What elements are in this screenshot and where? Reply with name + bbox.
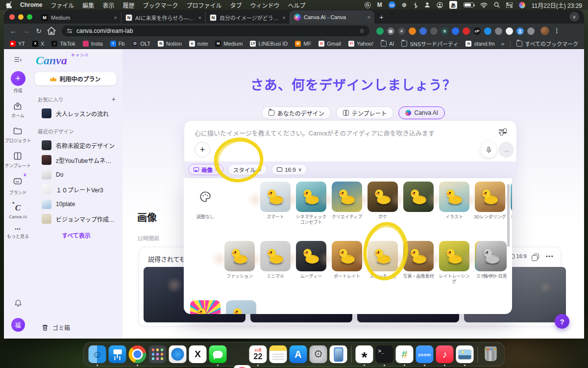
bookmark-item[interactable]: LY LINEBusi ID [250,41,288,47]
remove-chip-icon[interactable]: × [215,167,218,172]
favorite-item[interactable]: 大人レッスンの流れ [35,106,118,121]
voice-input-button[interactable] [481,142,496,158]
aspect-ratio-chip[interactable]: 16:9 ∨ [271,164,307,175]
ime-input-indicator[interactable]: あ [449,1,457,9]
bookmark-item[interactable]: Y! Yahoo! [348,41,373,47]
extension-icon[interactable] [419,27,427,35]
recent-design-item[interactable]: ビジョンマップ作成方... [35,211,118,226]
recent-design-item[interactable]: 10plate [35,197,118,211]
grammarly-status-icon[interactable]: G [365,2,371,8]
prompt-placeholder[interactable]: 心に描いたイメージを教えてください。Canvaがそのアイディアに命を吹き込みます [195,128,435,137]
extension-icon[interactable]: cP [473,27,481,35]
bookmark-item[interactable]: M Gmail [318,41,341,47]
bookmark-item[interactable]: ♪ TikTok [51,41,75,47]
bookmark-overflow-chevron[interactable]: » [501,41,504,47]
extension-icon[interactable]: 文 [516,27,524,35]
bookmark-item[interactable]: N Notion [158,41,182,47]
recent-design-item[interactable]: z型YouTubeサムネイル [35,153,118,167]
category-tab[interactable]: テンプレート [336,106,394,119]
dock-app-icon[interactable] [108,345,127,364]
current-plan-button[interactable]: 利用中のプラン [35,72,116,85]
extension-icon[interactable]: # [398,27,405,35]
control-center-icon[interactable] [506,2,513,8]
dock-app-icon[interactable]: X [189,345,207,364]
dock-app-icon[interactable] [456,345,474,364]
extension-icon[interactable] [484,27,491,35]
back-button[interactable]: ← [8,26,19,36]
tab-close-icon[interactable]: × [114,15,117,21]
extension-icon[interactable] [452,27,459,35]
all-bookmarks-button[interactable]: すべてのブックマーク [516,40,578,48]
menubar-menu-item[interactable]: ブックマーク [143,1,178,9]
browser-menu-icon[interactable]: ••• [554,28,559,34]
dock-app-icon[interactable]: A [289,345,308,364]
bookmark-item[interactable]: M MF [295,41,311,47]
rail-item-brand[interactable]: co ♛ ブランド [9,176,26,196]
extension-icon[interactable] [506,27,513,35]
more-options-icon[interactable]: ••• [546,253,554,259]
bookmark-star-icon[interactable]: ☆ [359,27,365,34]
style-option[interactable]: ベクター画像 [224,300,258,314]
maximize-window-button[interactable] [27,14,32,20]
style-chip[interactable]: スタイル ∨ [228,164,267,175]
bookmark-item[interactable]: AI [381,41,394,47]
tab-search-chevron-icon[interactable]: ∨ [569,12,579,22]
media-type-chip[interactable]: 画像 × [188,164,223,175]
show-all-link[interactable]: すべて表示 [35,231,118,239]
user-avatar[interactable]: 福 [11,318,25,332]
browser-tab[interactable]: AIに未来を作らせろ——言語化で × [122,12,206,24]
siri-icon[interactable] [519,2,525,8]
dock-app-icon[interactable] [476,345,480,364]
extension-icon[interactable] [495,27,502,35]
send-button[interactable]: → [498,142,514,158]
rail-item-create[interactable]: + 作成 [11,71,25,94]
menubar-menu-item[interactable]: ファイル [50,1,74,9]
bluetooth-icon[interactable] [413,2,418,8]
notifications-bell-icon[interactable] [14,298,23,309]
extension-icon[interactable] [463,27,470,35]
category-tab[interactable]: Canva AI [398,106,445,119]
browser-tab[interactable]: 自分のイメージがどうも定まらな × [206,12,290,24]
menubar-menu-item[interactable]: プロファイル [186,1,221,9]
category-tab[interactable]: あなたのデザイン [262,106,331,119]
add-favorite-button[interactable]: + [112,95,116,103]
dock-app-icon[interactable] [148,345,167,364]
minimize-window-button[interactable] [18,14,24,20]
bookmark-item[interactable]: n note [189,41,208,47]
dock-app-icon[interactable] [128,345,147,364]
extension-icon[interactable] [409,27,416,35]
wifi-icon[interactable] [480,2,488,8]
rail-item-canva-ai[interactable]: C Canva AI [9,203,27,219]
battery-indicator[interactable] [464,2,474,7]
recent-design-item[interactable]: Do [35,167,118,182]
dock-app-icon[interactable] [349,345,354,364]
rail-item-templates[interactable]: テンプレート [5,151,31,169]
malwarebytes-status-icon[interactable]: M [377,1,382,8]
bookmark-item[interactable]: ▶ YT [10,41,25,47]
style-option[interactable]: シネマティック [475,182,512,237]
dock-app-icon[interactable]: ⚙ [309,345,328,364]
new-tab-button[interactable]: + [379,13,384,21]
close-window-button[interactable] [9,14,15,20]
dock-app-icon[interactable] [169,345,187,364]
tab-close-icon[interactable]: × [283,15,286,21]
extension-icon[interactable]: S [441,27,448,35]
url-text[interactable]: canva.com/dream-lab [76,27,355,34]
menubar-menu-item[interactable]: 履歴 [122,1,134,9]
bookmark-item[interactable]: Insta [83,41,103,47]
menubar-app-name[interactable]: Chrome [20,1,42,8]
fast-user-switch-icon[interactable] [424,2,430,8]
recent-design-item[interactable]: 名称未設定のデザイン [35,138,118,153]
browser-tab[interactable]: Canva AI - Canva × [290,10,374,24]
tab-close-icon[interactable]: × [368,14,370,20]
rail-item-home[interactable]: ホーム [11,101,24,119]
address-bar[interactable]: canva.com/dream-lab ☆ [62,26,369,36]
rail-item-projects[interactable]: プロジェクト [4,126,31,144]
dock-app-icon[interactable]: # [395,345,414,364]
bookmark-item[interactable]: SNSサードパーティ [401,40,458,48]
dock-app-icon[interactable] [209,345,227,364]
zoom-status-icon[interactable]: zm [389,1,395,8]
dock-app-icon[interactable]: >_ [375,345,394,364]
sidebar-collapse-icon[interactable]: ☰‹ [14,56,22,63]
bookmark-item[interactable]: f Fb [110,41,125,47]
